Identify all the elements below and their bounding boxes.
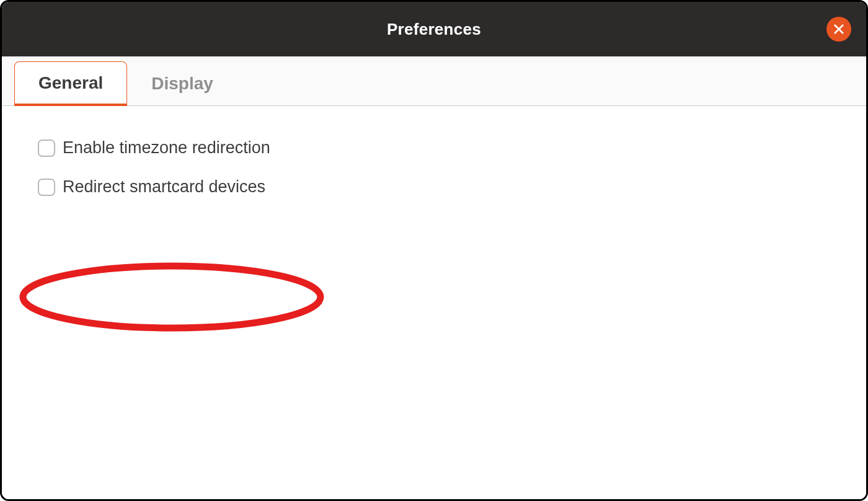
option-redirect-smartcard-devices[interactable]: Redirect smartcard devices — [38, 177, 830, 197]
checkbox[interactable] — [38, 179, 55, 196]
tab-general[interactable]: General — [14, 61, 127, 106]
tabbar: General Display — [2, 56, 866, 106]
annotation-highlight-ellipse — [17, 260, 327, 334]
titlebar: Preferences — [2, 2, 866, 56]
checkbox-label: Redirect smartcard devices — [63, 177, 265, 197]
tab-display[interactable]: Display — [127, 61, 237, 106]
tab-content-general: Enable timezone redirection Redirect sma… — [2, 106, 866, 499]
preferences-window: Preferences General Display Enable timez… — [0, 0, 868, 501]
close-button[interactable] — [826, 17, 851, 42]
tab-label: General — [38, 73, 103, 93]
svg-point-2 — [23, 266, 321, 328]
option-enable-timezone-redirection[interactable]: Enable timezone redirection — [38, 138, 830, 157]
close-icon — [833, 24, 844, 35]
checkbox-label: Enable timezone redirection — [63, 138, 270, 157]
tab-label: Display — [151, 74, 213, 94]
checkbox[interactable] — [38, 140, 55, 157]
window-title: Preferences — [387, 20, 481, 39]
